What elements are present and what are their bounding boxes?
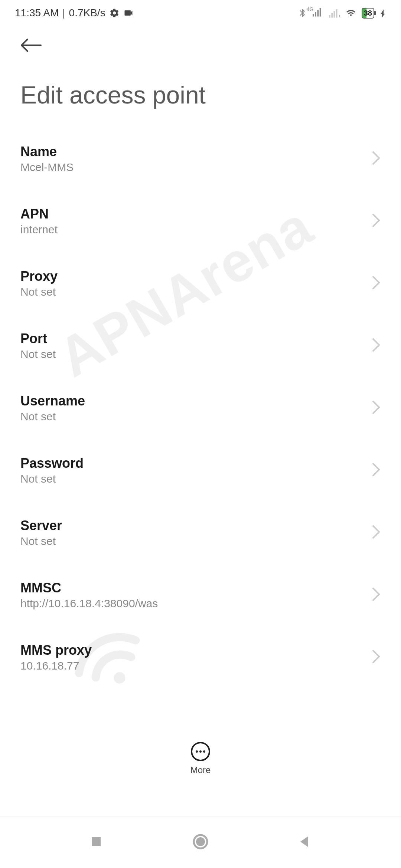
gear-icon bbox=[109, 8, 120, 18]
svg-rect-6 bbox=[331, 13, 333, 18]
wifi-icon bbox=[345, 8, 356, 18]
page-title: Edit access point bbox=[0, 59, 401, 128]
setting-username[interactable]: Username Not set bbox=[20, 377, 381, 439]
chevron-right-icon bbox=[372, 151, 381, 167]
setting-port[interactable]: Port Not set bbox=[20, 315, 381, 377]
nav-back-button[interactable] bbox=[297, 834, 312, 851]
setting-label: Username bbox=[20, 393, 85, 409]
setting-label: Port bbox=[20, 331, 56, 346]
svg-rect-5 bbox=[329, 15, 330, 18]
setting-value: Not set bbox=[20, 473, 84, 485]
back-button[interactable] bbox=[19, 37, 42, 55]
svg-rect-7 bbox=[333, 11, 335, 18]
svg-rect-11 bbox=[92, 837, 101, 846]
setting-value: 10.16.18.77 bbox=[20, 660, 92, 672]
setting-label: Password bbox=[20, 456, 84, 471]
setting-proxy[interactable]: Proxy Not set bbox=[20, 252, 381, 315]
more-icon bbox=[191, 742, 210, 761]
svg-rect-1 bbox=[313, 14, 314, 17]
signal-4g-icon: 4G bbox=[313, 7, 324, 19]
setting-mms-proxy[interactable]: MMS proxy 10.16.18.77 bbox=[20, 626, 381, 688]
setting-value: http://10.16.18.4:38090/was bbox=[20, 597, 158, 610]
setting-value: internet bbox=[20, 223, 58, 236]
chevron-right-icon bbox=[372, 400, 381, 416]
svg-rect-4 bbox=[320, 8, 321, 17]
more-label: More bbox=[190, 765, 211, 775]
setting-password[interactable]: Password Not set bbox=[20, 439, 381, 502]
chevron-right-icon bbox=[372, 462, 381, 479]
setting-label: Name bbox=[20, 144, 74, 160]
setting-label: Server bbox=[20, 518, 62, 533]
chevron-right-icon bbox=[372, 649, 381, 665]
setting-value: Not set bbox=[20, 286, 58, 298]
svg-rect-3 bbox=[317, 10, 319, 17]
setting-label: Proxy bbox=[20, 269, 58, 284]
chevron-right-icon bbox=[372, 275, 381, 292]
bluetooth-icon bbox=[298, 8, 307, 18]
status-data-rate: 0.7KB/s bbox=[69, 7, 105, 19]
setting-name[interactable]: Name Mcel-MMS bbox=[20, 128, 381, 190]
chevron-right-icon bbox=[372, 338, 381, 354]
nav-home-button[interactable] bbox=[192, 833, 209, 852]
more-menu-button[interactable]: More bbox=[0, 742, 401, 775]
nav-recent-button[interactable] bbox=[89, 834, 104, 851]
status-bar-right: 4G ✕ 38 bbox=[298, 7, 386, 19]
settings-list: Name Mcel-MMS APN internet Proxy Not set bbox=[0, 128, 401, 688]
svg-marker-14 bbox=[300, 836, 308, 847]
svg-rect-8 bbox=[336, 9, 338, 18]
camera-icon bbox=[123, 8, 134, 18]
setting-value: Not set bbox=[20, 410, 85, 423]
setting-value: Not set bbox=[20, 348, 56, 361]
setting-server[interactable]: Server Not set bbox=[20, 502, 381, 564]
status-bar: 11:35 AM | 0.7KB/s 4G ✕ bbox=[0, 0, 401, 26]
header-bar bbox=[0, 26, 401, 59]
chevron-right-icon bbox=[372, 587, 381, 603]
signal-nosim-icon: ✕ bbox=[329, 8, 340, 18]
chevron-right-icon bbox=[372, 525, 381, 541]
setting-label: MMS proxy bbox=[20, 642, 92, 658]
navigation-bar bbox=[0, 816, 401, 868]
arrow-left-icon bbox=[19, 37, 42, 53]
setting-mmsc[interactable]: MMSC http://10.16.18.4:38090/was bbox=[20, 564, 381, 626]
status-bar-left: 11:35 AM | 0.7KB/s bbox=[15, 7, 134, 19]
setting-apn[interactable]: APN internet bbox=[20, 190, 381, 252]
status-separator: | bbox=[62, 7, 65, 19]
svg-point-13 bbox=[196, 837, 205, 846]
chevron-right-icon bbox=[372, 213, 381, 229]
setting-value: Mcel-MMS bbox=[20, 161, 74, 174]
svg-rect-2 bbox=[315, 12, 316, 17]
charging-icon bbox=[379, 8, 386, 18]
setting-value: Not set bbox=[20, 535, 62, 548]
battery-icon: 38 bbox=[362, 8, 374, 19]
setting-label: APN bbox=[20, 206, 58, 222]
status-time: 11:35 AM bbox=[15, 7, 59, 19]
setting-label: MMSC bbox=[20, 580, 158, 596]
svg-text:✕: ✕ bbox=[338, 14, 340, 18]
